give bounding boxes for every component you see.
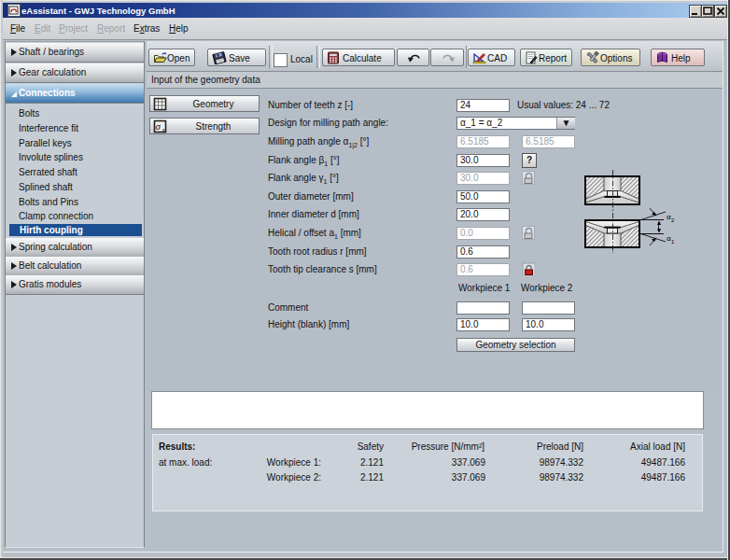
svg-text:x: x [161, 126, 166, 134]
svg-text:1: 1 [671, 239, 675, 245]
svg-text:σ: σ [156, 120, 161, 132]
svg-text:2: 2 [671, 217, 675, 223]
